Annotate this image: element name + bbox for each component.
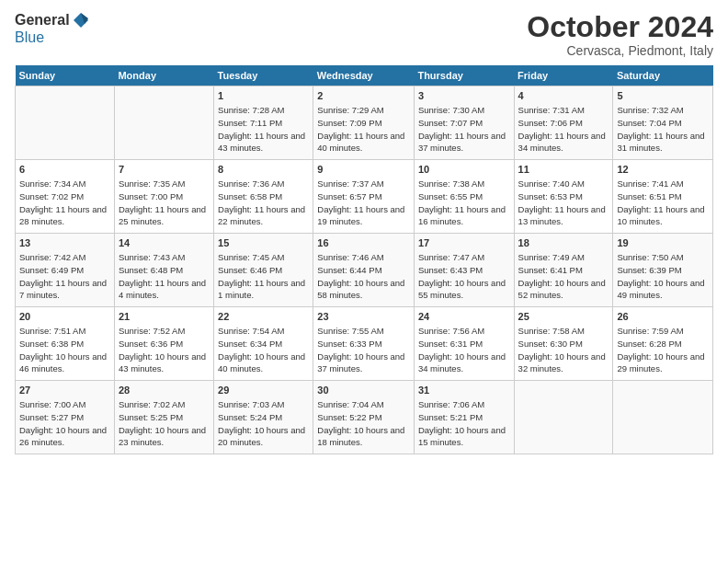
calendar-week-4: 20Sunrise: 7:51 AM Sunset: 6:38 PM Dayli… <box>16 307 713 381</box>
calendar-cell: 28Sunrise: 7:02 AM Sunset: 5:25 PM Dayli… <box>114 381 213 454</box>
day-number: 21 <box>119 310 210 324</box>
day-detail: Sunrise: 7:47 AM Sunset: 6:43 PM Dayligh… <box>418 252 506 300</box>
calendar-cell <box>114 86 213 160</box>
logo-icon <box>72 11 90 29</box>
calendar-cell: 17Sunrise: 7:47 AM Sunset: 6:43 PM Dayli… <box>414 234 514 307</box>
calendar-cell: 14Sunrise: 7:43 AM Sunset: 6:48 PM Dayli… <box>114 234 213 307</box>
day-number: 1 <box>218 89 309 103</box>
calendar-cell: 24Sunrise: 7:56 AM Sunset: 6:31 PM Dayli… <box>414 307 514 381</box>
header: General Blue October 2024 Cervasca, Pied… <box>15 11 713 58</box>
day-number: 5 <box>617 89 709 103</box>
calendar-cell: 25Sunrise: 7:58 AM Sunset: 6:30 PM Dayli… <box>514 307 613 381</box>
day-number: 20 <box>19 310 110 324</box>
calendar-cell: 3Sunrise: 7:30 AM Sunset: 7:07 PM Daylig… <box>414 86 514 160</box>
calendar-cell: 18Sunrise: 7:49 AM Sunset: 6:41 PM Dayli… <box>514 234 613 307</box>
day-detail: Sunrise: 7:04 AM Sunset: 5:22 PM Dayligh… <box>317 399 404 447</box>
day-detail: Sunrise: 7:00 AM Sunset: 5:27 PM Dayligh… <box>19 399 107 447</box>
day-number: 2 <box>317 89 410 103</box>
day-detail: Sunrise: 7:37 AM Sunset: 6:57 PM Dayligh… <box>317 178 404 226</box>
logo: General Blue <box>15 11 90 46</box>
day-number: 22 <box>218 310 309 324</box>
col-header-sunday: Sunday <box>16 65 115 86</box>
calendar-cell: 22Sunrise: 7:54 AM Sunset: 6:34 PM Dayli… <box>214 307 313 381</box>
calendar-cell <box>613 381 713 454</box>
day-detail: Sunrise: 7:42 AM Sunset: 6:49 PM Dayligh… <box>19 252 107 300</box>
day-detail: Sunrise: 7:32 AM Sunset: 7:04 PM Dayligh… <box>617 105 704 153</box>
day-number: 29 <box>218 384 309 397</box>
day-detail: Sunrise: 7:58 AM Sunset: 6:30 PM Dayligh… <box>518 326 606 373</box>
calendar-week-1: 1Sunrise: 7:28 AM Sunset: 7:11 PM Daylig… <box>16 86 713 160</box>
day-number: 15 <box>218 236 309 250</box>
calendar-cell: 13Sunrise: 7:42 AM Sunset: 6:49 PM Dayli… <box>16 234 115 307</box>
day-detail: Sunrise: 7:51 AM Sunset: 6:38 PM Dayligh… <box>19 326 107 373</box>
day-number: 18 <box>518 236 609 250</box>
day-number: 8 <box>218 163 309 177</box>
day-number: 7 <box>119 163 210 177</box>
subtitle: Cervasca, Piedmont, Italy <box>527 43 713 58</box>
calendar-cell: 9Sunrise: 7:37 AM Sunset: 6:57 PM Daylig… <box>313 160 415 234</box>
calendar-cell: 21Sunrise: 7:52 AM Sunset: 6:36 PM Dayli… <box>114 307 213 381</box>
calendar-body: 1Sunrise: 7:28 AM Sunset: 7:11 PM Daylig… <box>16 86 713 454</box>
calendar-cell: 16Sunrise: 7:46 AM Sunset: 6:44 PM Dayli… <box>313 234 415 307</box>
calendar-cell: 1Sunrise: 7:28 AM Sunset: 7:11 PM Daylig… <box>214 86 313 160</box>
day-detail: Sunrise: 7:38 AM Sunset: 6:55 PM Dayligh… <box>418 178 506 226</box>
col-header-tuesday: Tuesday <box>214 65 313 86</box>
day-number: 6 <box>19 163 110 177</box>
day-number: 12 <box>617 163 709 177</box>
calendar-cell: 27Sunrise: 7:00 AM Sunset: 5:27 PM Dayli… <box>16 381 115 454</box>
day-detail: Sunrise: 7:41 AM Sunset: 6:51 PM Dayligh… <box>617 178 704 226</box>
day-number: 11 <box>518 163 609 177</box>
day-detail: Sunrise: 7:54 AM Sunset: 6:34 PM Dayligh… <box>218 326 305 373</box>
calendar-header-row: SundayMondayTuesdayWednesdayThursdayFrid… <box>16 65 713 86</box>
day-number: 3 <box>418 89 510 103</box>
col-header-saturday: Saturday <box>613 65 713 86</box>
day-detail: Sunrise: 7:36 AM Sunset: 6:58 PM Dayligh… <box>218 178 305 226</box>
calendar-cell: 10Sunrise: 7:38 AM Sunset: 6:55 PM Dayli… <box>414 160 514 234</box>
calendar-cell: 23Sunrise: 7:55 AM Sunset: 6:33 PM Dayli… <box>313 307 415 381</box>
calendar-table: SundayMondayTuesdayWednesdayThursdayFrid… <box>15 65 713 454</box>
col-header-monday: Monday <box>114 65 213 86</box>
col-header-wednesday: Wednesday <box>313 65 415 86</box>
day-detail: Sunrise: 7:06 AM Sunset: 5:21 PM Dayligh… <box>418 399 506 447</box>
day-number: 13 <box>19 236 110 250</box>
calendar-cell <box>514 381 613 454</box>
day-detail: Sunrise: 7:40 AM Sunset: 6:53 PM Dayligh… <box>518 178 606 226</box>
calendar-cell: 2Sunrise: 7:29 AM Sunset: 7:09 PM Daylig… <box>313 86 415 160</box>
day-detail: Sunrise: 7:46 AM Sunset: 6:44 PM Dayligh… <box>317 252 404 300</box>
day-number: 10 <box>418 163 510 177</box>
calendar-cell <box>16 86 115 160</box>
calendar-cell: 31Sunrise: 7:06 AM Sunset: 5:21 PM Dayli… <box>414 381 514 454</box>
day-number: 9 <box>317 163 410 177</box>
page: General Blue October 2024 Cervasca, Pied… <box>0 0 728 465</box>
calendar-cell: 11Sunrise: 7:40 AM Sunset: 6:53 PM Dayli… <box>514 160 613 234</box>
day-detail: Sunrise: 7:55 AM Sunset: 6:33 PM Dayligh… <box>317 326 404 373</box>
calendar-cell: 15Sunrise: 7:45 AM Sunset: 6:46 PM Dayli… <box>214 234 313 307</box>
col-header-friday: Friday <box>514 65 613 86</box>
calendar-cell: 12Sunrise: 7:41 AM Sunset: 6:51 PM Dayli… <box>613 160 713 234</box>
main-title: October 2024 <box>527 11 713 43</box>
day-detail: Sunrise: 7:49 AM Sunset: 6:41 PM Dayligh… <box>518 252 606 300</box>
day-detail: Sunrise: 7:34 AM Sunset: 7:02 PM Dayligh… <box>19 178 107 226</box>
day-detail: Sunrise: 7:31 AM Sunset: 7:06 PM Dayligh… <box>518 105 606 153</box>
logo-general-text: General <box>15 12 70 29</box>
calendar-cell: 19Sunrise: 7:50 AM Sunset: 6:39 PM Dayli… <box>613 234 713 307</box>
day-detail: Sunrise: 7:45 AM Sunset: 6:46 PM Dayligh… <box>218 252 305 300</box>
day-number: 27 <box>19 384 110 397</box>
day-detail: Sunrise: 7:56 AM Sunset: 6:31 PM Dayligh… <box>418 326 506 373</box>
calendar-cell: 30Sunrise: 7:04 AM Sunset: 5:22 PM Dayli… <box>313 381 415 454</box>
day-number: 17 <box>418 236 510 250</box>
logo-blue-text: Blue <box>15 29 44 45</box>
day-detail: Sunrise: 7:43 AM Sunset: 6:48 PM Dayligh… <box>119 252 206 300</box>
day-number: 24 <box>418 310 510 324</box>
day-detail: Sunrise: 7:50 AM Sunset: 6:39 PM Dayligh… <box>617 252 704 300</box>
day-number: 28 <box>119 384 210 397</box>
day-number: 16 <box>317 236 410 250</box>
calendar-week-3: 13Sunrise: 7:42 AM Sunset: 6:49 PM Dayli… <box>16 234 713 307</box>
day-number: 25 <box>518 310 609 324</box>
day-detail: Sunrise: 7:02 AM Sunset: 5:25 PM Dayligh… <box>119 399 206 447</box>
title-block: October 2024 Cervasca, Piedmont, Italy <box>527 11 713 58</box>
calendar-cell: 7Sunrise: 7:35 AM Sunset: 7:00 PM Daylig… <box>114 160 213 234</box>
calendar-cell: 4Sunrise: 7:31 AM Sunset: 7:06 PM Daylig… <box>514 86 613 160</box>
day-number: 19 <box>617 236 709 250</box>
day-detail: Sunrise: 7:35 AM Sunset: 7:00 PM Dayligh… <box>119 178 206 226</box>
